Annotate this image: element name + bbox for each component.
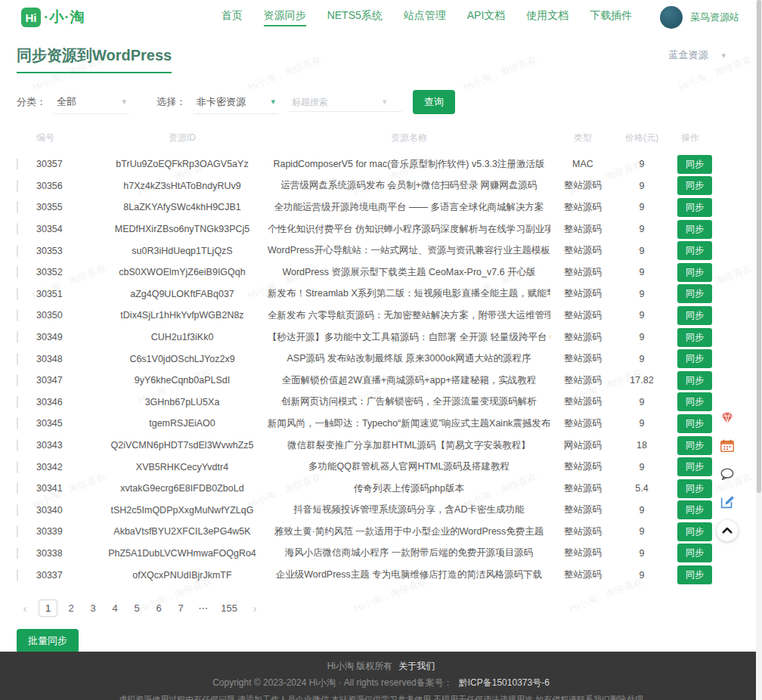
resource-price: 9 xyxy=(615,354,668,364)
row-checkbox[interactable] xyxy=(17,353,18,365)
row-checkbox[interactable] xyxy=(17,569,18,581)
resource-price: 9 xyxy=(615,332,668,342)
page-number[interactable]: ⋯ xyxy=(194,600,212,616)
next-page-button[interactable]: › xyxy=(246,599,263,617)
sync-button[interactable]: 同步 xyxy=(677,328,712,347)
page-number[interactable]: 2 xyxy=(63,600,79,616)
sync-button[interactable]: 同步 xyxy=(677,392,712,411)
row-number: 30347 xyxy=(36,375,97,386)
row-checkbox[interactable] xyxy=(17,504,18,516)
username[interactable]: 菜鸟资源站 xyxy=(690,11,739,24)
resource-id: 8LaZKYAfySWc4khH9CJB1 xyxy=(97,202,268,212)
resource-id: MEDfHXirZBso6nyTNGk93PCj5 xyxy=(97,224,268,234)
nav-item[interactable]: 资源同步 xyxy=(264,9,306,26)
edit-icon[interactable] xyxy=(717,492,737,512)
sync-button[interactable]: 同步 xyxy=(677,371,712,390)
row-checkbox[interactable] xyxy=(17,288,18,300)
type-select[interactable]: 非卡密资源 ▾ xyxy=(194,91,278,114)
sync-button[interactable]: 同步 xyxy=(677,414,712,433)
resource-source: 整站源码 xyxy=(550,482,615,495)
page-number[interactable]: 5 xyxy=(129,600,145,616)
row-checkbox[interactable] xyxy=(17,266,18,278)
chevron-down-icon: ▾ xyxy=(122,97,126,107)
sync-button[interactable]: 同步 xyxy=(677,176,712,195)
scrollbar-track[interactable] xyxy=(756,0,762,700)
sync-button[interactable]: 同步 xyxy=(677,544,712,562)
table-row: 30350 tDix4SjLr1hHkYvfpWGB2N8z 全新发布 六零导航… xyxy=(17,305,712,327)
row-checkbox[interactable] xyxy=(17,396,18,408)
resource-name: 全新发布 六零导航页源码：无加密整站解决方案，附带强大运维管理与多模板美化 xyxy=(268,309,550,322)
sync-button[interactable]: 同步 xyxy=(677,457,712,476)
row-checkbox[interactable] xyxy=(17,223,18,235)
batch-sync-button[interactable]: 批量同步 xyxy=(17,629,79,653)
page-number[interactable]: 155 xyxy=(217,600,241,616)
site-logo[interactable]: Hi ·小·淘 xyxy=(21,8,85,27)
row-checkbox[interactable] xyxy=(17,201,18,213)
sync-button[interactable]: 同步 xyxy=(677,436,712,455)
sync-button[interactable]: 同步 xyxy=(677,479,712,498)
resource-name: 微信群裂变推广分享加群HTML源码【简易文字安装教程】 xyxy=(268,439,550,452)
page-number[interactable]: 4 xyxy=(107,600,123,616)
resource-source: MAC xyxy=(550,159,615,169)
avatar[interactable] xyxy=(660,6,683,29)
table-row: 30348 C6s1V0jdOSchLJYoz2x9 ASP源码 发布站改制最终… xyxy=(17,348,712,370)
search-input[interactable] xyxy=(292,97,383,107)
scrollbar-thumb[interactable] xyxy=(757,0,761,493)
resource-source: 整站源码 xyxy=(550,395,615,408)
sync-button[interactable]: 同步 xyxy=(677,522,712,541)
sync-button[interactable]: 同步 xyxy=(677,220,712,239)
row-checkbox[interactable] xyxy=(17,461,18,473)
search-button[interactable]: 查询 xyxy=(413,90,455,114)
row-number: 30337 xyxy=(36,570,97,581)
row-number: 30356 xyxy=(36,181,97,191)
row-number: 30342 xyxy=(36,462,97,472)
about-us-link[interactable]: 关于我们 xyxy=(398,661,435,671)
sync-button[interactable]: 同步 xyxy=(677,284,712,303)
sync-button[interactable]: 同步 xyxy=(677,500,712,519)
row-checkbox[interactable] xyxy=(17,417,18,429)
nav-item[interactable]: 首页 xyxy=(221,9,243,26)
sync-button[interactable]: 同步 xyxy=(677,306,712,325)
sync-button[interactable]: 同步 xyxy=(677,565,712,584)
sync-button[interactable]: 同步 xyxy=(677,198,712,217)
resource-price: 9 xyxy=(615,397,668,407)
page-number[interactable]: 7 xyxy=(172,600,189,616)
row-checkbox[interactable] xyxy=(17,547,18,559)
nav-item[interactable]: API文档 xyxy=(467,9,506,26)
row-checkbox[interactable] xyxy=(17,374,18,386)
prev-page-button[interactable]: ‹ xyxy=(17,599,33,617)
row-checkbox[interactable] xyxy=(17,180,18,192)
nav-item[interactable]: 下载插件 xyxy=(590,9,632,26)
sync-button[interactable]: 同步 xyxy=(677,155,712,174)
row-checkbox[interactable] xyxy=(17,245,18,257)
sync-button[interactable]: 同步 xyxy=(677,349,712,368)
sync-button[interactable]: 同步 xyxy=(677,263,712,282)
calendar-icon[interactable] xyxy=(717,436,737,456)
table-row: 30338 PhZ5A1DubLVCWHmwaFOQgRo4 海风小店微信商城小… xyxy=(17,543,712,565)
row-checkbox[interactable] xyxy=(17,309,18,321)
nav-item[interactable]: NETS5系统 xyxy=(327,9,383,26)
vip-icon[interactable] xyxy=(717,408,737,428)
source-select-value: 蓝盒资源 xyxy=(668,48,708,62)
row-checkbox[interactable] xyxy=(17,482,18,494)
nav-item[interactable]: 站点管理 xyxy=(404,9,446,26)
comment-icon[interactable] xyxy=(717,464,737,484)
chevron-down-icon: ▾ xyxy=(271,97,275,107)
row-checkbox[interactable] xyxy=(17,331,18,343)
back-to-top-icon[interactable] xyxy=(717,520,738,541)
sync-button[interactable]: 同步 xyxy=(677,241,712,260)
category-select[interactable]: 全部 ▾ xyxy=(54,91,129,114)
row-checkbox[interactable] xyxy=(17,439,18,451)
page-number[interactable]: 3 xyxy=(85,600,101,616)
category-label: 分类： xyxy=(17,95,46,109)
source-select[interactable]: 蓝盒资源 ▾ xyxy=(668,48,726,62)
page-number[interactable]: 6 xyxy=(150,600,167,616)
nav-item[interactable]: 使用文档 xyxy=(526,9,568,26)
icp-link[interactable]: 黔ICP备15010373号-6 xyxy=(459,677,550,688)
logo-text: ·小·淘 xyxy=(44,8,85,27)
resource-name: 全功能运营级开源跨境电商平台 —— 多语言全球化商城解决方案 xyxy=(268,201,550,214)
row-checkbox[interactable] xyxy=(17,525,18,537)
page-number[interactable]: 1 xyxy=(39,599,57,617)
row-number: 30338 xyxy=(36,548,97,559)
row-checkbox[interactable] xyxy=(17,158,18,170)
